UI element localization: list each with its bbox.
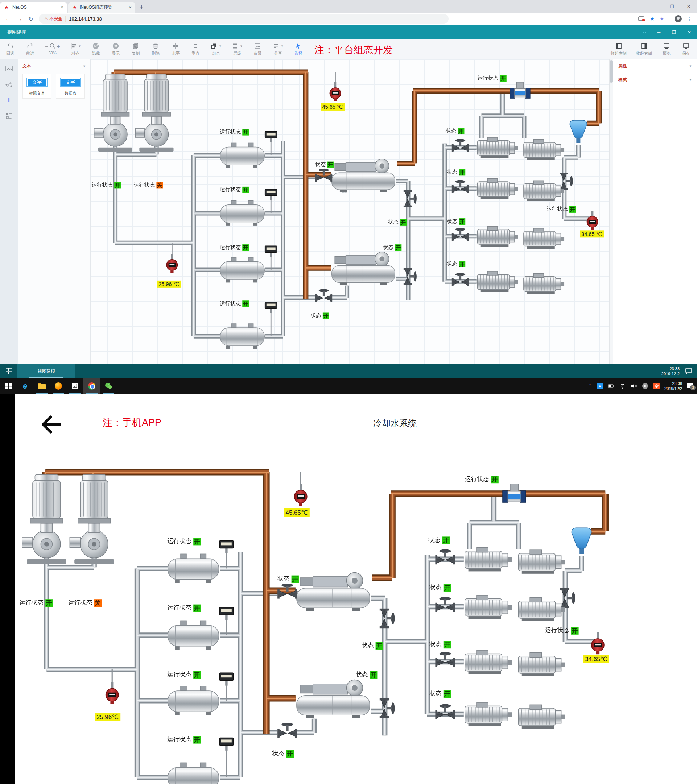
chrome-launcher[interactable] <box>83 379 100 394</box>
toolbar-button-layers[interactable]: ▼层级 <box>231 42 243 56</box>
browser-menu-icon[interactable]: ⋮ <box>687 16 692 22</box>
profile-avatar[interactable] <box>674 15 682 23</box>
circle-button[interactable]: ○ <box>643 30 646 35</box>
toolbar-button-group[interactable]: ▼组合 <box>210 42 221 56</box>
explorer-launcher[interactable] <box>33 379 50 394</box>
photos-launcher[interactable] <box>67 379 83 394</box>
toolbar-button-eyeoff[interactable]: 隐藏 <box>91 42 101 56</box>
tank-icon[interactable] <box>220 201 264 226</box>
component-title-text[interactable]: 文字 标题文本 <box>23 74 51 99</box>
flow-transmitter-icon[interactable] <box>265 132 277 142</box>
toolbar-button-delete[interactable]: 删除 <box>150 42 161 56</box>
toolbar-button-undo[interactable]: 回退 <box>5 42 15 56</box>
firefox-launcher[interactable] <box>50 379 67 394</box>
component-data-point[interactable]: 文字 数据点 <box>56 74 85 99</box>
battery-icon[interactable] <box>608 383 615 389</box>
taskbar-app-button[interactable]: 视图建模 <box>17 364 76 379</box>
flow-transmitter-icon[interactable] <box>265 246 277 257</box>
bookmark-star-icon[interactable]: ★ <box>650 16 654 22</box>
panel-section-style[interactable]: 样式▼ <box>613 73 697 87</box>
tank-icon[interactable] <box>168 686 219 715</box>
tray-expand-icon[interactable]: ⌃ <box>588 384 592 389</box>
toolbar-button-save[interactable]: 保存 <box>681 42 691 56</box>
toolbar-button-share[interactable]: ▼分享 <box>273 42 284 56</box>
motor-icon[interactable] <box>477 137 518 158</box>
tim-icon[interactable]: ★ <box>596 383 603 389</box>
motor-icon[interactable] <box>524 140 564 160</box>
security-warning[interactable]: ⚠不安全 <box>44 16 63 22</box>
motor-icon[interactable] <box>524 273 564 294</box>
toolbar-button-collapseright[interactable]: 收起右侧 <box>636 42 652 56</box>
status-x-icon[interactable] <box>642 383 648 389</box>
tab-close-icon[interactable]: × <box>61 4 63 10</box>
volume-muted-icon[interactable] <box>631 383 637 389</box>
tab-ineuos[interactable]: ★ iNeuOS × <box>0 2 67 13</box>
clock[interactable]: 23:382019/12/2 <box>664 381 682 392</box>
chiller-icon[interactable] <box>332 159 395 192</box>
motor-icon[interactable] <box>524 181 564 201</box>
tank-icon[interactable] <box>168 554 219 583</box>
url-field[interactable]: ⚠不安全 | 192.144.173.38 <box>39 14 449 23</box>
minimize-button[interactable]: ─ <box>647 4 664 9</box>
toolbar-button-align[interactable]: ▼对齐 <box>70 42 81 56</box>
motor-icon[interactable] <box>477 226 518 247</box>
pump-icon[interactable] <box>22 474 66 563</box>
tank-icon[interactable] <box>220 257 264 282</box>
motor-icon[interactable] <box>518 705 565 728</box>
components-tool-icon[interactable] <box>5 112 13 120</box>
tank-icon[interactable] <box>168 621 219 649</box>
restore-button[interactable]: ❐ <box>672 30 676 35</box>
new-tab-button[interactable]: + <box>140 3 144 13</box>
motor-icon[interactable] <box>477 272 518 292</box>
pump-icon[interactable] <box>135 74 173 152</box>
panel-section-header[interactable]: 文本▼ <box>23 63 86 69</box>
pump-icon[interactable] <box>69 474 114 563</box>
close-button[interactable]: ✕ <box>687 30 691 35</box>
tab-ineuos-preview[interactable]: ★ iNeuOS组态预览 × <box>68 2 135 13</box>
wifi-icon[interactable] <box>619 383 626 389</box>
design-canvas[interactable]: 运行状态开运行状态关45.65 ℃运行状态开运行状态开运行状态开运行状态开状态开… <box>91 59 609 364</box>
motor-icon[interactable] <box>465 650 512 674</box>
forward-button[interactable]: → <box>17 16 23 22</box>
pump-icon[interactable] <box>94 74 132 152</box>
flowmeter-icon[interactable] <box>503 484 526 502</box>
valve-icon[interactable] <box>277 723 297 738</box>
hopper-icon[interactable] <box>571 528 591 554</box>
temperature-sensor-icon[interactable] <box>587 211 598 230</box>
start-button[interactable] <box>0 364 17 379</box>
toolbar-button-collapseleft[interactable]: 收起左侧 <box>611 42 627 56</box>
flowmeter-icon[interactable] <box>510 82 530 98</box>
edge-launcher[interactable]: e <box>17 379 33 394</box>
flow-transmitter-icon[interactable] <box>220 673 233 685</box>
hopper-icon[interactable] <box>570 120 587 143</box>
picture-tool-icon[interactable] <box>5 64 13 72</box>
temperature-sensor-icon[interactable] <box>330 82 340 102</box>
motor-icon[interactable] <box>477 179 518 199</box>
wand-tool-icon[interactable] <box>5 81 13 89</box>
motor-icon[interactable] <box>518 597 565 621</box>
chiller-icon[interactable] <box>297 573 370 611</box>
toolbar-button-vertical[interactable]: 垂直 <box>190 42 201 56</box>
chat-bubble-icon[interactable] <box>685 367 693 375</box>
toolbar-button-preview[interactable]: 预览 <box>661 42 672 56</box>
toolbar-button-background[interactable]: 背景 <box>253 42 263 56</box>
toolbar-button-select[interactable]: 选择 <box>293 42 304 56</box>
text-tool-icon[interactable]: T <box>7 96 10 104</box>
notification-center-icon[interactable]: 3 <box>687 383 694 389</box>
motor-icon[interactable] <box>518 550 565 574</box>
toolbar-button-zoom[interactable]: −+50% <box>45 42 60 55</box>
tank-icon[interactable] <box>220 143 264 168</box>
save-card-icon[interactable] <box>638 16 645 22</box>
temperature-sensor-icon[interactable] <box>167 254 177 273</box>
motor-icon[interactable] <box>524 228 564 249</box>
motor-icon[interactable] <box>465 548 512 572</box>
motor-icon[interactable] <box>465 595 512 619</box>
temperature-sensor-icon[interactable] <box>106 682 119 704</box>
panel-section-properties[interactable]: 属性▼ <box>613 59 697 73</box>
back-arrow-icon[interactable] <box>40 414 63 435</box>
flow-transmitter-icon[interactable] <box>265 302 277 313</box>
toolbar-button-horizontal[interactable]: 水平 <box>170 42 181 56</box>
canvas-scrollbar[interactable] <box>609 59 613 364</box>
reload-button[interactable]: ↻ <box>28 16 33 23</box>
tank-icon[interactable] <box>220 324 264 349</box>
